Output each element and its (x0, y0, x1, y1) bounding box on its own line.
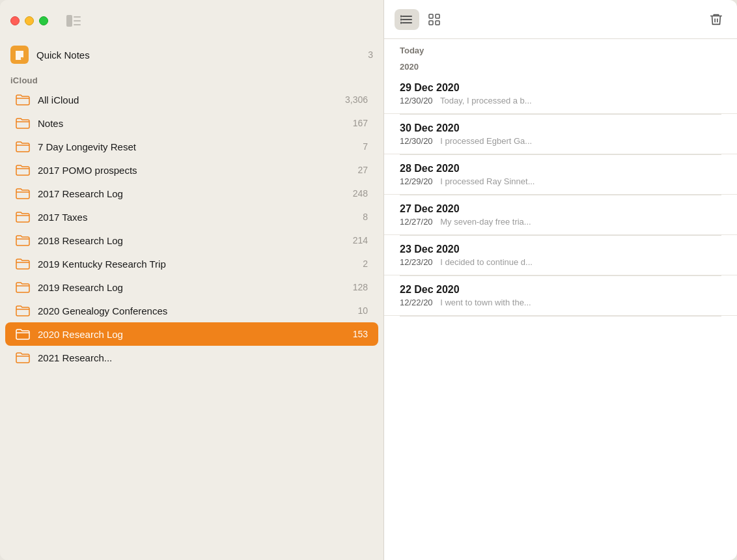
folder-icon (16, 188, 30, 199)
folder-label: 2017 Research Log (38, 188, 345, 199)
sidebar-item-notes[interactable]: Notes 167 (5, 111, 378, 135)
sidebar-content: Quick Notes 3 iCloud All iCloud 3,306 (0, 39, 383, 560)
list-view-icon (400, 13, 413, 26)
folder-icon (16, 234, 30, 246)
note-preview: My seven-day free tria... (440, 217, 531, 227)
trash-button[interactable] (706, 9, 727, 30)
folder-count: 10 (357, 305, 368, 316)
note-title: 30 Dec 2020 (400, 122, 721, 134)
sidebar-item-7day[interactable]: 7 Day Longevity Reset 7 (5, 135, 378, 158)
folder-count: 3,306 (345, 94, 368, 105)
svg-rect-12 (429, 21, 433, 25)
notes-list: Today 2020 29 Dec 2020 12/30/20 Today, I… (384, 39, 737, 560)
traffic-lights (10, 16, 48, 25)
minimize-button[interactable] (25, 16, 34, 25)
sidebar-item-2018research[interactable]: 2018 Research Log 214 (5, 229, 378, 252)
quick-notes-label: Quick Notes (36, 49, 360, 61)
folder-icon (16, 141, 30, 152)
maximize-button[interactable] (39, 16, 48, 25)
svg-rect-1 (74, 16, 81, 18)
note-item-4[interactable]: 23 Dec 2020 12/23/20 I decided to contin… (384, 236, 737, 275)
folder-label: Notes (38, 118, 345, 129)
folder-icon (16, 305, 30, 316)
note-preview: I processed Ray Sinnet... (440, 176, 535, 186)
svg-rect-8 (400, 18, 402, 20)
note-item-3[interactable]: 27 Dec 2020 12/27/20 My seven-day free t… (384, 195, 737, 235)
folder-count: 2 (363, 259, 368, 269)
sidebar: Quick Notes 3 iCloud All iCloud 3,306 (0, 0, 384, 560)
close-button[interactable] (10, 16, 20, 25)
folder-label: 7 Day Longevity Reset (38, 141, 355, 152)
main-toolbar (384, 0, 737, 39)
trash-icon (709, 12, 723, 27)
quick-notes-item[interactable]: Quick Notes 3 (0, 39, 383, 70)
folder-label: 2019 Research Log (38, 282, 345, 293)
note-meta: 12/23/20 I decided to continue d... (400, 257, 721, 267)
svg-rect-4 (402, 16, 412, 17)
sidebar-toggle-button[interactable] (65, 14, 82, 27)
note-item-2[interactable]: 28 Dec 2020 12/29/20 I processed Ray Sin… (384, 155, 737, 195)
app-window: Quick Notes 3 iCloud All iCloud 3,306 (0, 0, 737, 560)
svg-rect-13 (436, 21, 439, 25)
year-section-label: 2020 (384, 58, 737, 74)
folder-icon (16, 164, 30, 176)
note-date: 12/29/20 (400, 176, 433, 186)
quick-notes-icon (10, 46, 29, 64)
sidebar-item-2021research[interactable]: 2021 Research... (5, 346, 378, 369)
svg-rect-11 (436, 14, 439, 18)
note-title: 28 Dec 2020 (400, 163, 721, 175)
folder-label: 2020 Genealogy Conferences (38, 305, 350, 316)
folder-label-active: 2020 Research Log (38, 329, 345, 340)
folder-label: All iCloud (38, 94, 337, 105)
note-title: 23 Dec 2020 (400, 244, 721, 255)
folder-icon (16, 211, 30, 223)
folder-count: 128 (353, 282, 368, 292)
svg-rect-10 (429, 14, 433, 18)
note-meta: 12/29/20 I processed Ray Sinnet... (400, 176, 721, 186)
toolbar-left (395, 9, 447, 30)
main-content: Today 2020 29 Dec 2020 12/30/20 Today, I… (384, 0, 737, 560)
note-item-5[interactable]: 22 Dec 2020 12/22/20 I went to town with… (384, 276, 737, 316)
note-meta: 12/30/20 Today, I processed a b... (400, 96, 721, 105)
note-date: 12/23/20 (400, 257, 433, 267)
note-preview: Today, I processed a b... (440, 96, 532, 105)
folder-count: 8 (363, 212, 368, 222)
note-item-0[interactable]: 29 Dec 2020 12/30/20 Today, I processed … (384, 74, 737, 114)
note-preview: I decided to continue d... (440, 257, 533, 267)
list-view-button[interactable] (395, 9, 419, 30)
sidebar-item-2019research[interactable]: 2019 Research Log 128 (5, 275, 378, 299)
note-date: 12/27/20 (400, 217, 433, 227)
folder-icon (16, 94, 30, 105)
sidebar-item-2020research[interactable]: 2020 Research Log 153 (5, 322, 378, 346)
folder-label: 2017 POMO prospects (38, 165, 350, 176)
folder-icon (16, 258, 30, 270)
sidebar-item-2019kentucky[interactable]: 2019 Kentucky Research Trip 2 (5, 252, 378, 275)
svg-rect-6 (402, 22, 412, 23)
sidebar-item-2020genealogy[interactable]: 2020 Genealogy Conferences 10 (5, 299, 378, 322)
note-item-1[interactable]: 30 Dec 2020 12/30/20 I processed Egbert … (384, 115, 737, 154)
folder-label: 2017 Taxes (38, 212, 355, 223)
sidebar-item-2017pomo[interactable]: 2017 POMO prospects 27 (5, 158, 378, 182)
note-meta: 12/30/20 I processed Egbert Ga... (400, 136, 721, 146)
folder-count: 214 (353, 235, 368, 245)
grid-view-button[interactable] (422, 9, 447, 30)
folder-count: 167 (353, 118, 368, 128)
note-date: 12/22/20 (400, 298, 433, 307)
sidebar-item-2017research[interactable]: 2017 Research Log 248 (5, 182, 378, 205)
note-preview: I processed Egbert Ga... (440, 136, 532, 146)
folder-count: 248 (353, 188, 368, 199)
folder-count: 27 (357, 165, 368, 175)
folder-label: 2018 Research Log (38, 235, 345, 246)
folder-icon (16, 117, 30, 129)
grid-view-icon (428, 13, 441, 26)
note-date: 12/30/20 (400, 136, 433, 146)
svg-rect-0 (66, 15, 72, 27)
note-meta: 12/27/20 My seven-day free tria... (400, 217, 721, 227)
svg-rect-7 (400, 15, 402, 17)
quick-notes-count: 3 (368, 49, 373, 60)
folder-icon (16, 352, 30, 363)
svg-rect-3 (74, 24, 81, 25)
sidebar-item-2017taxes[interactable]: 2017 Taxes 8 (5, 205, 378, 229)
svg-rect-2 (74, 20, 81, 21)
sidebar-item-all-icloud[interactable]: All iCloud 3,306 (5, 88, 378, 111)
